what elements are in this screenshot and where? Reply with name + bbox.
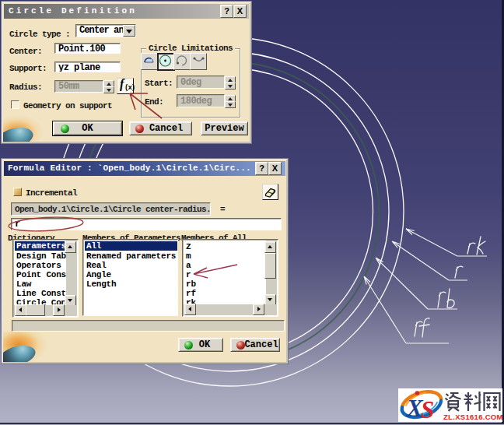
svg-text:S: S [421, 396, 434, 422]
svg-text:ZL.XS1616.COM: ZL.XS1616.COM [443, 413, 502, 421]
